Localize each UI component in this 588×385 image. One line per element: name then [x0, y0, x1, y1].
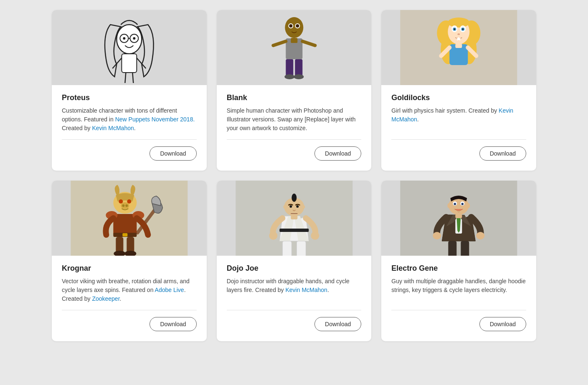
card-body-goldilocks: Goldilocks Girl with physics hair system…	[381, 85, 536, 171]
card-krognar: Krognar Vector viking with breathe, rota…	[52, 181, 207, 341]
svg-point-96	[448, 203, 451, 208]
svg-point-55	[125, 204, 128, 207]
svg-point-97	[467, 203, 470, 208]
svg-point-37	[454, 28, 456, 30]
svg-point-82	[433, 232, 441, 239]
card-image-electro	[381, 181, 536, 256]
card-title-krognar: Krognar	[62, 264, 197, 273]
divider-blank	[227, 139, 362, 140]
svg-rect-61	[122, 233, 127, 237]
svg-rect-7	[122, 54, 137, 73]
divider-dojo	[227, 310, 362, 310]
svg-point-64	[269, 232, 277, 240]
card-desc-krognar: Vector viking with breathe, rotation dia…	[62, 277, 197, 303]
svg-point-73	[292, 196, 296, 200]
svg-rect-85	[461, 241, 469, 256]
card-footer-dojo: Download	[227, 317, 362, 331]
card-body-proteus: Proteus Customizable character with tons…	[52, 85, 207, 171]
svg-point-78	[302, 205, 305, 209]
card-footer-blank: Download	[227, 146, 362, 161]
svg-point-23	[284, 74, 294, 79]
card-body-electro: Electro Gene Guy with multiple draggable…	[381, 256, 536, 341]
svg-rect-67	[297, 241, 306, 256]
svg-point-95	[462, 204, 463, 205]
card-electro: Electro Gene Guy with multiple draggable…	[381, 181, 536, 341]
svg-rect-21	[286, 59, 293, 76]
svg-point-5	[123, 37, 125, 40]
svg-point-65	[311, 232, 319, 240]
link-zookeeper[interactable]: Zookeeper	[92, 295, 119, 302]
card-title-electro: Electro Gene	[391, 264, 526, 273]
divider-goldilocks	[391, 139, 526, 140]
svg-point-38	[462, 28, 464, 30]
card-desc-proteus: Customizable character with tons of diff…	[62, 106, 197, 133]
card-desc-goldilocks: Girl with physics hair system. Created b…	[391, 106, 526, 133]
svg-point-51	[119, 199, 123, 204]
card-footer-goldilocks: Download	[391, 146, 526, 161]
link-adobe-live[interactable]: Adobe Live	[155, 287, 184, 293]
card-image-dojo	[217, 181, 372, 256]
card-footer-krognar: Download	[62, 317, 197, 331]
divider-proteus	[62, 139, 197, 140]
puppet-grid: Proteus Customizable character with tons…	[52, 10, 536, 341]
card-body-krognar: Krognar Vector viking with breathe, rota…	[52, 256, 207, 341]
card-dojo: Dojo Joe Dojo instructor with draggable …	[217, 181, 372, 341]
link-kevin-mcmahon-1[interactable]: Kevin McMahon	[92, 125, 134, 131]
card-title-blank: Blank	[227, 93, 362, 102]
svg-point-13	[285, 17, 303, 38]
download-button-blank[interactable]: Download	[314, 146, 361, 161]
svg-rect-22	[295, 59, 302, 76]
svg-point-52	[127, 199, 131, 204]
svg-point-54	[122, 204, 124, 207]
card-body-dojo: Dojo Joe Dojo instructor with draggable …	[217, 256, 372, 341]
download-button-proteus[interactable]: Download	[150, 146, 196, 161]
card-proteus: Proteus Customizable character with tons…	[52, 10, 207, 171]
card-goldilocks: Goldilocks Girl with physics hair system…	[381, 10, 536, 171]
svg-rect-66	[282, 241, 291, 256]
divider-electro	[391, 310, 526, 310]
download-button-electro[interactable]: Download	[479, 317, 526, 331]
divider-krognar	[62, 310, 197, 310]
card-title-proteus: Proteus	[62, 93, 197, 102]
card-image-goldilocks	[381, 10, 536, 85]
svg-point-74	[289, 205, 292, 208]
svg-point-32	[448, 18, 470, 28]
card-desc-blank: Simple human character with Photoshop an…	[227, 106, 362, 133]
card-title-dojo: Dojo Joe	[227, 264, 362, 273]
svg-rect-84	[449, 241, 457, 256]
card-desc-dojo: Dojo instructor with draggable hands, an…	[227, 277, 362, 303]
svg-rect-44	[456, 44, 462, 48]
card-image-proteus	[52, 10, 207, 85]
card-desc-electro: Guy with multiple draggable handles, dan…	[391, 277, 526, 303]
svg-rect-63	[279, 229, 309, 232]
link-new-puppets[interactable]: New Puppets November 2018.	[115, 116, 195, 123]
card-body-blank: Blank Simple human character with Photos…	[217, 85, 372, 171]
svg-point-6	[133, 37, 135, 40]
card-image-blank	[217, 10, 372, 85]
card-footer-electro: Download	[391, 317, 526, 331]
download-button-goldilocks[interactable]: Download	[479, 146, 526, 161]
card-footer-proteus: Download	[62, 146, 197, 161]
svg-point-94	[454, 204, 456, 205]
card-image-krognar	[52, 181, 207, 256]
link-kevin-mcmahon-3[interactable]: Kevin McMahon	[286, 287, 327, 293]
download-button-dojo[interactable]: Download	[314, 317, 361, 331]
svg-point-24	[294, 74, 304, 79]
svg-point-83	[476, 232, 485, 239]
svg-point-39	[458, 33, 460, 35]
card-blank: Blank Simple human character with Photos…	[217, 10, 372, 171]
svg-point-17	[296, 24, 299, 28]
svg-point-77	[283, 205, 286, 209]
svg-point-75	[296, 205, 299, 208]
link-kevin-mcmahon-2[interactable]: Kevin McMahon	[391, 107, 513, 123]
card-title-goldilocks: Goldilocks	[391, 93, 526, 102]
download-button-krognar[interactable]: Download	[150, 317, 196, 331]
svg-rect-25	[291, 38, 297, 43]
svg-point-16	[289, 24, 292, 28]
